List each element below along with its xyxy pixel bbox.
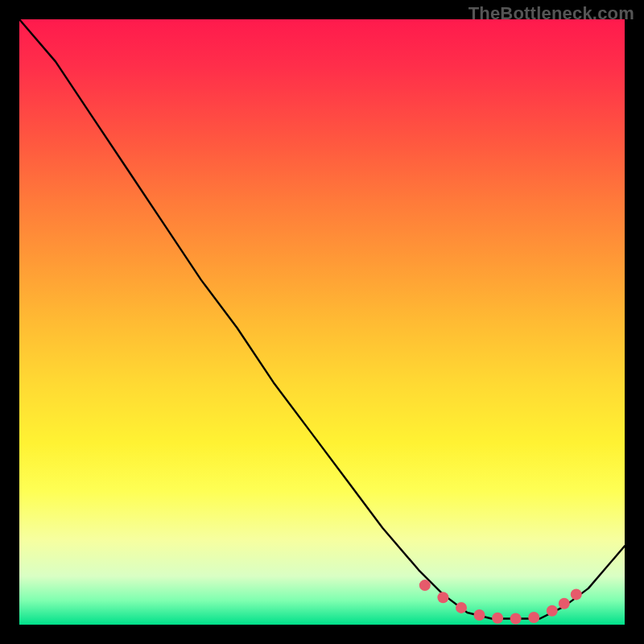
optimal-marker [456,602,467,613]
optimal-marker [510,613,522,625]
optimal-marker [571,588,582,600]
optimal-zone-markers [419,580,582,624]
optimal-marker [492,613,503,624]
optimal-marker [547,605,558,617]
optimal-marker [559,598,570,609]
optimal-marker [437,592,448,603]
optimal-marker [419,580,431,591]
optimal-marker [528,612,539,623]
bottleneck-chart [19,19,625,625]
chart-frame [19,19,625,625]
optimal-marker [474,609,485,621]
bottleneck-curve [19,19,625,619]
